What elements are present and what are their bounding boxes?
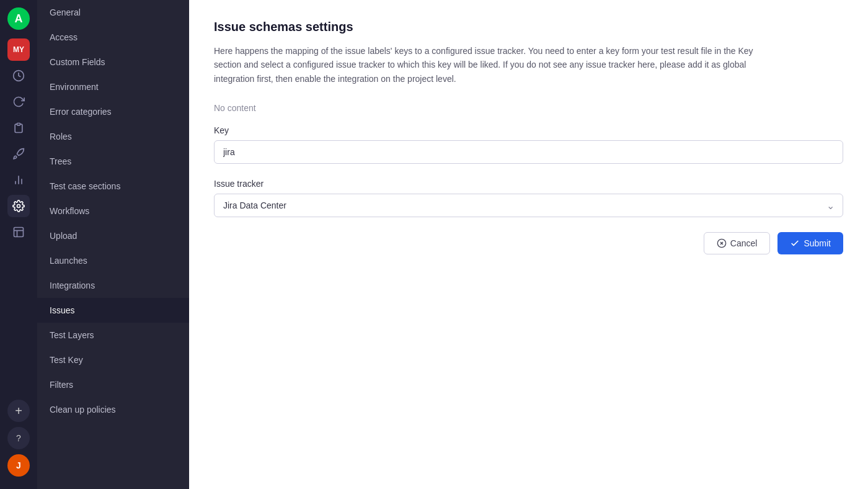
issue-tracker-select-wrapper: Jira Data Center GitHub Issues GitLab Is… [214,194,843,217]
layers-icon[interactable] [7,221,30,243]
sidebar-item-roles[interactable]: Roles [37,124,189,149]
dashboard-icon[interactable] [7,65,30,87]
description-text: Here happens the mapping of the issue la… [214,44,772,86]
app-logo[interactable]: A [7,7,30,30]
svg-rect-1 [17,123,20,125]
key-field-section: Key [214,125,843,164]
sidebar-item-environment[interactable]: Environment [37,74,189,99]
user-avatar-my[interactable]: MY [7,38,30,61]
sidebar-item-custom-fields[interactable]: Custom Fields [37,50,189,74]
submit-label: Submit [804,238,831,248]
rocket-icon[interactable] [7,143,30,165]
sidebar-item-test-key[interactable]: Test Key [37,348,189,372]
sidebar-item-test-case-sections[interactable]: Test case sections [37,174,189,199]
icon-bar: A MY + ? J [0,0,37,489]
sidebar-item-error-categories[interactable]: Error categories [37,99,189,124]
svg-rect-6 [14,228,24,237]
gear-icon[interactable] [7,195,30,217]
page-title: Issue schemas settings [214,20,843,34]
svg-point-5 [17,205,20,208]
main-content: Issue schemas settings Here happens the … [189,0,868,489]
sidebar-item-filters[interactable]: Filters [37,372,189,397]
add-button[interactable]: + [7,400,30,422]
submit-button[interactable]: Submit [777,232,843,254]
sidebar-item-trees[interactable]: Trees [37,149,189,174]
sidebar-item-integrations[interactable]: Integrations [37,273,189,298]
user-avatar-j[interactable]: J [7,454,30,477]
sidebar-item-clean-up-policies[interactable]: Clean up policies [37,397,189,422]
key-label: Key [214,125,843,135]
sidebar-item-general[interactable]: General [37,0,189,25]
chart-icon[interactable] [7,169,30,191]
issue-tracker-label: Issue tracker [214,179,843,189]
help-icon[interactable]: ? [7,427,30,449]
submit-check-icon [790,238,800,248]
no-content-label: No content [214,103,843,113]
refresh-icon[interactable] [7,91,30,113]
sidebar: General Access Custom Fields Environment… [37,0,189,489]
clipboard-icon[interactable] [7,117,30,139]
cancel-button[interactable]: Cancel [704,232,771,254]
issue-tracker-section: Issue tracker Jira Data Center GitHub Is… [214,179,843,217]
cancel-icon [717,238,727,248]
button-row: Cancel Submit [214,232,843,254]
sidebar-item-upload[interactable]: Upload [37,223,189,248]
sidebar-item-access[interactable]: Access [37,25,189,50]
sidebar-item-launches[interactable]: Launches [37,248,189,273]
sidebar-item-workflows[interactable]: Workflows [37,199,189,223]
sidebar-item-issues[interactable]: Issues [37,298,189,323]
key-input[interactable] [214,140,843,164]
issue-tracker-select[interactable]: Jira Data Center GitHub Issues GitLab Is… [214,194,843,217]
sidebar-item-test-layers[interactable]: Test Layers [37,323,189,348]
cancel-label: Cancel [730,238,758,248]
